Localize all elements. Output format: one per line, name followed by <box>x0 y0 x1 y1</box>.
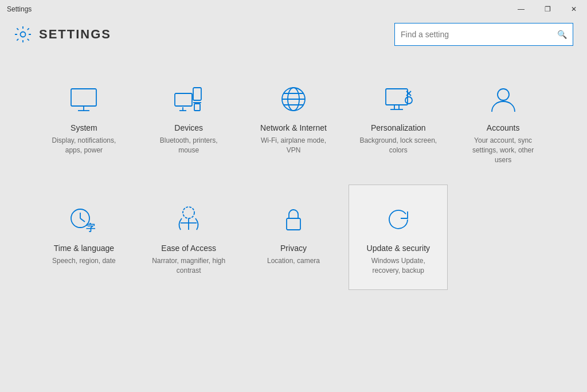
svg-rect-4 <box>175 93 192 106</box>
svg-line-26 <box>80 218 85 222</box>
svg-text:字: 字 <box>86 222 96 233</box>
header: SETTINGS 🔍 <box>0 18 587 53</box>
settings-grid: System Display, notifications, apps, pow… <box>34 64 553 290</box>
setting-name-privacy: Privacy <box>280 244 307 253</box>
svg-point-0 <box>21 32 26 37</box>
title-bar: Settings — ❐ ✕ <box>0 0 587 18</box>
ease-icon <box>171 202 206 237</box>
setting-item-system[interactable]: System Display, notifications, apps, pow… <box>34 64 134 179</box>
network-icon <box>276 82 311 116</box>
setting-name-personalization: Personalization <box>371 123 426 132</box>
search-box[interactable]: 🔍 <box>394 23 573 46</box>
setting-name-network: Network & Internet <box>260 123 327 132</box>
setting-desc-devices: Bluetooth, printers, mouse <box>149 136 229 155</box>
main-content: System Display, notifications, apps, pow… <box>0 53 587 392</box>
setting-desc-accounts: Your account, sync settings, work, other… <box>463 136 543 164</box>
svg-rect-31 <box>287 218 300 230</box>
setting-item-privacy[interactable]: Privacy Location, camera <box>244 185 343 290</box>
gear-icon <box>14 25 32 44</box>
setting-name-accounts: Accounts <box>487 123 520 132</box>
setting-item-network[interactable]: Network & Internet Wi-Fi, airplane mode,… <box>244 64 343 179</box>
setting-desc-system: Display, notifications, apps, power <box>44 136 124 155</box>
search-input[interactable] <box>401 30 557 39</box>
setting-name-devices: Devices <box>174 123 203 132</box>
setting-item-time[interactable]: 字 Time & language Speech, region, date <box>34 185 134 290</box>
close-button[interactable]: ✕ <box>561 0 587 18</box>
time-icon: 字 <box>66 202 101 237</box>
setting-desc-time: Speech, region, date <box>52 256 116 266</box>
minimize-button[interactable]: — <box>508 0 534 18</box>
setting-desc-personalization: Background, lock screen, colors <box>358 136 438 155</box>
setting-item-update[interactable]: Update & security Windows Update, recove… <box>349 185 448 290</box>
update-icon <box>381 202 416 237</box>
setting-name-update: Update & security <box>367 244 431 253</box>
svg-rect-5 <box>193 88 201 100</box>
privacy-icon <box>276 202 311 237</box>
setting-desc-update: Windows Update, recovery, backup <box>358 256 438 276</box>
svg-point-22 <box>405 97 412 104</box>
window-controls: — ❐ ✕ <box>508 0 587 18</box>
svg-point-23 <box>498 89 509 100</box>
setting-item-devices[interactable]: Devices Bluetooth, printers, mouse <box>139 64 238 179</box>
system-icon <box>66 82 101 116</box>
maximize-button[interactable]: ❐ <box>534 0 561 18</box>
setting-name-system: System <box>71 123 97 132</box>
svg-point-28 <box>183 207 194 218</box>
search-icon: 🔍 <box>557 30 567 39</box>
setting-name-time: Time & language <box>54 244 114 253</box>
setting-desc-network: Wi-Fi, airplane mode, VPN <box>254 136 334 155</box>
setting-desc-privacy: Location, camera <box>267 256 320 266</box>
title-bar-label: Settings <box>7 5 32 13</box>
svg-rect-1 <box>71 89 96 106</box>
setting-desc-ease: Narrator, magnifier, high contrast <box>149 256 229 276</box>
svg-rect-7 <box>194 104 200 111</box>
svg-rect-16 <box>386 89 408 105</box>
personalization-icon <box>381 82 416 116</box>
accounts-icon <box>486 82 521 116</box>
setting-name-ease: Ease of Access <box>161 244 216 253</box>
setting-item-personalization[interactable]: Personalization Background, lock screen,… <box>349 64 448 179</box>
setting-item-ease[interactable]: Ease of Access Narrator, magnifier, high… <box>139 185 238 290</box>
header-left: SETTINGS <box>14 25 111 44</box>
devices-icon <box>171 82 206 116</box>
setting-item-accounts[interactable]: Accounts Your account, sync settings, wo… <box>453 64 553 179</box>
page-title: SETTINGS <box>39 27 111 42</box>
